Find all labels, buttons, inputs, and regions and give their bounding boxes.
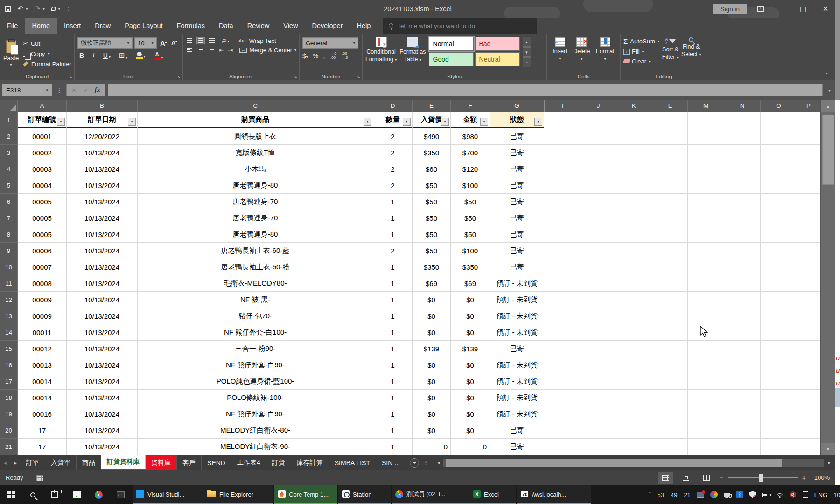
- filter-button[interactable]: ▾: [57, 118, 65, 126]
- font-size-dropdown-icon[interactable]: ▾: [151, 41, 154, 45]
- row-number[interactable]: 11: [0, 275, 18, 292]
- empty-cell[interactable]: [761, 128, 797, 145]
- clipboard-dialog-launcher[interactable]: ↘: [69, 74, 72, 79]
- row-number[interactable]: 16: [0, 357, 18, 373]
- data-cell[interactable]: 已寄: [490, 259, 544, 275]
- empty-cell[interactable]: [616, 194, 652, 210]
- data-cell[interactable]: 1: [373, 439, 413, 455]
- data-cell[interactable]: 00009: [18, 308, 67, 324]
- empty-cell[interactable]: [724, 308, 761, 324]
- data-cell[interactable]: 10/13/2024: [67, 226, 138, 243]
- data-cell[interactable]: 10/13/2024: [67, 161, 138, 177]
- number-dialog-launcher[interactable]: ↘: [357, 74, 360, 79]
- data-cell[interactable]: 10/13/2024: [67, 406, 138, 422]
- empty-cell[interactable]: [652, 422, 688, 439]
- data-cell[interactable]: $120: [451, 161, 490, 177]
- sheet-tab-入貨單[interactable]: 入貨單: [45, 455, 77, 470]
- column-header-L[interactable]: L: [652, 100, 688, 112]
- data-cell[interactable]: 已寄: [490, 161, 544, 177]
- data-cell[interactable]: 00009: [18, 292, 67, 308]
- data-cell[interactable]: $50: [413, 194, 451, 210]
- filter-button[interactable]: ▾: [128, 118, 136, 126]
- find-select-button[interactable]: Find &Select ▾: [681, 37, 701, 71]
- empty-cell[interactable]: [797, 373, 820, 390]
- sort-filter-button[interactable]: AZ Sort &Filter ▾: [662, 37, 679, 71]
- alignment-dialog-launcher[interactable]: ↘: [294, 74, 297, 79]
- paste-dropdown-icon[interactable]: ▾: [10, 63, 12, 67]
- data-cell[interactable]: $0: [451, 390, 490, 406]
- data-cell[interactable]: 預訂 - 未到貨: [490, 406, 544, 422]
- empty-cell[interactable]: [616, 422, 652, 439]
- empty-cell[interactable]: [724, 292, 761, 308]
- data-cell[interactable]: 10/13/2024: [67, 341, 138, 357]
- sheet-nav-right-icon[interactable]: ▸: [10, 455, 21, 470]
- column-header-I[interactable]: I: [544, 100, 581, 112]
- empty-cell[interactable]: [652, 439, 688, 455]
- chrome-pinned-button[interactable]: [88, 485, 110, 504]
- empty-cell[interactable]: [616, 373, 652, 390]
- battery-icon[interactable]: [762, 493, 770, 497]
- data-cell[interactable]: $0: [451, 422, 490, 439]
- empty-cell[interactable]: [544, 145, 581, 161]
- data-cell[interactable]: $0: [413, 308, 451, 324]
- column-header-E[interactable]: E: [413, 100, 451, 112]
- row-number[interactable]: 14: [0, 324, 18, 341]
- empty-cell[interactable]: [544, 439, 581, 455]
- empty-cell[interactable]: [688, 128, 724, 145]
- taskbar-app-core-temp[interactable]: Core Temp 1...: [274, 485, 337, 504]
- row-number[interactable]: 17: [0, 373, 18, 390]
- middle-align-button[interactable]: [197, 38, 204, 44]
- data-cell[interactable]: 1: [373, 292, 413, 308]
- align-right-button[interactable]: [208, 47, 216, 53]
- bluetooth-icon[interactable]: ᛒ: [736, 491, 743, 498]
- data-cell[interactable]: 1: [373, 341, 413, 357]
- data-cell[interactable]: $0: [451, 373, 490, 390]
- row-number[interactable]: 13: [0, 308, 18, 324]
- data-cell[interactable]: 2: [373, 161, 413, 177]
- empty-cell[interactable]: [544, 161, 581, 177]
- sheet-tab-訂貨[interactable]: 訂貨: [266, 455, 291, 470]
- data-cell[interactable]: POLO條紋裙-100-: [138, 390, 373, 406]
- data-cell[interactable]: $50: [413, 243, 451, 259]
- empty-cell[interactable]: [652, 259, 688, 275]
- empty-cell[interactable]: [761, 275, 797, 292]
- empty-cell[interactable]: [652, 128, 688, 145]
- column-header-D[interactable]: D: [373, 100, 413, 112]
- italic-button[interactable]: I: [91, 52, 97, 59]
- ribbon-tab-help[interactable]: Help: [350, 18, 378, 34]
- taskbar-app-file-explorer[interactable]: File Explorer: [203, 485, 273, 504]
- sheet-tab-SIN ...[interactable]: SIN ...: [376, 455, 406, 470]
- data-cell[interactable]: 1: [373, 406, 413, 422]
- borders-button[interactable]: ⊞▾: [117, 51, 130, 60]
- data-cell[interactable]: 預訂 - 未到貨: [490, 275, 544, 292]
- accounting-format-button[interactable]: $▾: [302, 52, 308, 60]
- sheet-tab-工作表4[interactable]: 工作表4: [231, 455, 266, 470]
- empty-cell[interactable]: [688, 161, 724, 177]
- format-as-table-button[interactable]: Format asTable ▾: [399, 37, 426, 63]
- taskbar-clock[interactable]: 10: [833, 491, 840, 498]
- column-header-A[interactable]: A: [18, 100, 67, 112]
- empty-cell[interactable]: [652, 406, 688, 422]
- confirm-entry-button[interactable]: ✓: [83, 87, 88, 94]
- empty-cell[interactable]: [544, 112, 581, 128]
- taskbar-app-station[interactable]: Station: [338, 485, 391, 504]
- empty-cell[interactable]: [797, 357, 820, 373]
- empty-cell[interactable]: [761, 341, 797, 357]
- data-cell[interactable]: 小木馬: [138, 161, 373, 177]
- minimize-button[interactable]: —: [775, 5, 787, 13]
- data-cell[interactable]: 唐老鴨長袖上衣-60-藍: [138, 243, 373, 259]
- name-box[interactable]: E318▾: [2, 84, 52, 96]
- filter-header-cell[interactable]: 訂單編號▾: [18, 112, 67, 128]
- hidden-icons-chevron[interactable]: ˆ: [649, 491, 651, 498]
- empty-cell[interactable]: [581, 292, 616, 308]
- data-cell[interactable]: 1: [373, 373, 413, 390]
- data-cell[interactable]: 10/13/2024: [67, 324, 138, 341]
- row-number[interactable]: 19: [0, 406, 18, 422]
- empty-cell[interactable]: [581, 406, 616, 422]
- empty-cell[interactable]: [581, 128, 616, 145]
- empty-cell[interactable]: [724, 422, 761, 439]
- data-cell[interactable]: 00016: [18, 406, 67, 422]
- data-cell[interactable]: $50: [413, 210, 451, 226]
- data-cell[interactable]: 毛衛衣-MELODY80-: [138, 275, 373, 292]
- empty-cell[interactable]: [616, 390, 652, 406]
